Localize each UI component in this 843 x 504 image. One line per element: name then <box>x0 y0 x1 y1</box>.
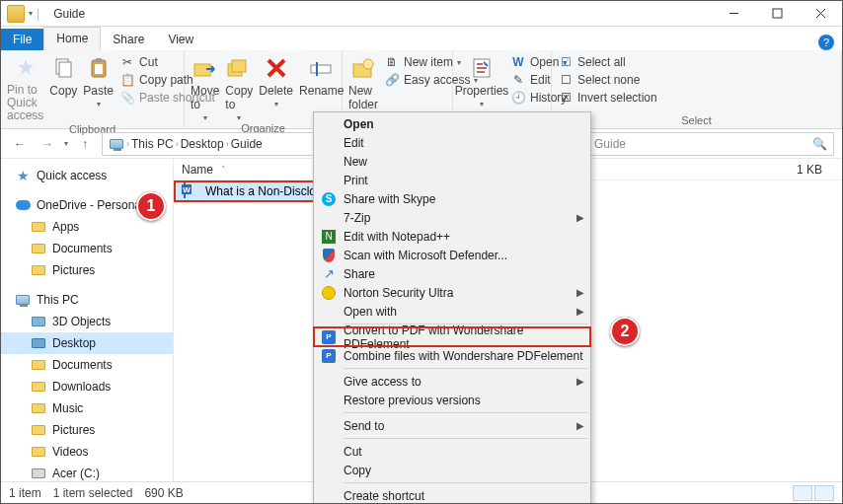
annotation-badge-2: 2 <box>610 317 640 346</box>
chevron-right-icon: ▶ <box>576 420 584 431</box>
ctx-skype[interactable]: SShare with Skype <box>314 189 590 208</box>
share-icon <box>318 266 340 281</box>
tab-share[interactable]: Share <box>101 29 156 50</box>
pdfelement-icon: P <box>322 349 336 363</box>
sidebar-item-downloads[interactable]: Downloads <box>1 376 173 397</box>
chevron-right-icon: ▶ <box>576 287 584 298</box>
svg-rect-2 <box>59 62 71 77</box>
norton-icon <box>322 286 336 300</box>
sidebar-item-music[interactable]: Music <box>1 397 173 419</box>
chevron-right-icon: ▶ <box>576 306 584 317</box>
ctx-open[interactable]: Open <box>314 114 590 133</box>
status-item-count: 1 item <box>9 486 41 500</box>
ctx-convert-pdf[interactable]: PConvert to PDF with Wondershare PDFelem… <box>314 327 590 346</box>
context-menu: Open Edit New Print SShare with Skype 7-… <box>313 111 591 504</box>
pdfelement-icon: P <box>322 330 336 344</box>
tab-view[interactable]: View <box>156 29 205 50</box>
new-folder-button[interactable]: New folder <box>348 54 378 111</box>
copy-button[interactable]: Copy <box>49 54 77 98</box>
svg-rect-0 <box>773 9 782 18</box>
sidebar-item-documents-2[interactable]: Documents <box>1 354 173 376</box>
ctx-defender[interactable]: Scan with Microsoft Defender... <box>314 246 590 264</box>
help-icon[interactable]: ? <box>818 35 834 50</box>
rename-button[interactable]: Rename <box>299 54 344 98</box>
quick-access-toolbar: ▾ | <box>1 5 45 23</box>
view-details-button[interactable] <box>793 485 812 501</box>
ctx-cut[interactable]: Cut <box>314 442 590 461</box>
svg-point-12 <box>363 59 373 69</box>
back-button[interactable]: ← <box>9 133 31 155</box>
ctx-give-access[interactable]: Give access to▶ <box>314 372 590 391</box>
ctx-new[interactable]: New <box>314 152 590 171</box>
copy-to-button[interactable]: Copy to▾ <box>225 54 253 122</box>
sidebar-item-desktop[interactable]: Desktop <box>1 332 173 354</box>
ctx-print[interactable]: Print <box>314 171 590 189</box>
ctx-edit[interactable]: Edit <box>314 133 590 152</box>
ribbon-tabs: File Home Share View ? <box>1 27 842 50</box>
properties-button[interactable]: Properties▾ <box>459 54 504 108</box>
svg-rect-8 <box>232 60 246 72</box>
crumb-guide[interactable]: Guide <box>231 137 263 151</box>
paste-button[interactable]: Paste ▾ <box>83 54 114 108</box>
search-icon: 🔍 <box>812 137 827 151</box>
tab-home[interactable]: Home <box>43 27 101 50</box>
up-button[interactable]: ↑ <box>74 133 96 155</box>
annotation-badge-1: 1 <box>136 191 166 221</box>
window-icon <box>7 5 25 23</box>
title-bar: ▾ | Guide <box>1 1 842 27</box>
sidebar-item-this-pc[interactable]: This PC <box>1 289 173 311</box>
svg-rect-10 <box>316 62 318 76</box>
shield-icon <box>323 249 335 262</box>
ctx-7zip[interactable]: 7-Zip▶ <box>314 208 590 227</box>
tab-file[interactable]: File <box>1 29 43 50</box>
sidebar-item-videos[interactable]: Videos <box>1 441 173 463</box>
ctx-create-shortcut[interactable]: Create shortcut <box>314 486 590 504</box>
svg-rect-9 <box>311 65 331 73</box>
search-input[interactable]: Guide 🔍 <box>587 132 834 156</box>
sidebar-item-pictures[interactable]: Pictures <box>1 259 173 281</box>
ctx-restore-versions[interactable]: Restore previous versions <box>314 391 590 409</box>
move-to-button[interactable]: Move to▾ <box>191 54 219 122</box>
sidebar-item-documents[interactable]: Documents <box>1 238 173 259</box>
sidebar-item-3d-objects[interactable]: 3D Objects <box>1 311 173 332</box>
crumb-desktop[interactable]: Desktop <box>181 137 224 151</box>
svg-rect-4 <box>96 58 102 62</box>
skype-icon: S <box>322 192 336 206</box>
ctx-combine-pdf[interactable]: PCombine files with Wondershare PDFeleme… <box>314 346 590 365</box>
sidebar-item-pictures-2[interactable]: Pictures <box>1 419 173 441</box>
ctx-norton[interactable]: Norton Security Ultra▶ <box>314 283 590 302</box>
svg-rect-5 <box>95 64 103 74</box>
close-button[interactable] <box>799 1 842 27</box>
status-selected-count: 1 item selected <box>53 486 133 500</box>
ctx-copy[interactable]: Copy <box>314 461 590 479</box>
sidebar-item-quick-access[interactable]: ★Quick access <box>1 165 173 186</box>
ctx-send-to[interactable]: Send to▶ <box>314 416 590 435</box>
chevron-right-icon: ▶ <box>576 376 584 387</box>
crumb-this-pc[interactable]: This PC <box>131 137 174 151</box>
view-thumbnails-button[interactable] <box>814 485 834 501</box>
select-none-button[interactable]: ☐Select none <box>558 72 657 88</box>
select-all-button[interactable]: ☑Select all <box>558 54 657 70</box>
ctx-share[interactable]: Share <box>314 264 590 283</box>
status-size: 690 KB <box>144 486 183 500</box>
minimize-button[interactable] <box>712 1 755 27</box>
delete-button[interactable]: Delete▾ <box>259 54 293 108</box>
pin-quick-access-button[interactable]: Pin to Quick access <box>7 54 43 123</box>
ctx-open-with[interactable]: Open with▶ <box>314 302 590 321</box>
forward-button[interactable]: → <box>37 133 58 155</box>
invert-selection-button[interactable]: ☒Invert selection <box>558 90 657 106</box>
ctx-notepadpp[interactable]: NEdit with Notepad++ <box>314 227 590 246</box>
notepadpp-icon: N <box>322 230 336 244</box>
chevron-right-icon: ▶ <box>576 212 584 223</box>
sidebar-item-acer-drive[interactable]: Acer (C:) <box>1 463 173 481</box>
maximize-button[interactable] <box>755 1 799 27</box>
group-label-select: Select <box>552 114 841 128</box>
window-title: Guide <box>45 7 712 21</box>
